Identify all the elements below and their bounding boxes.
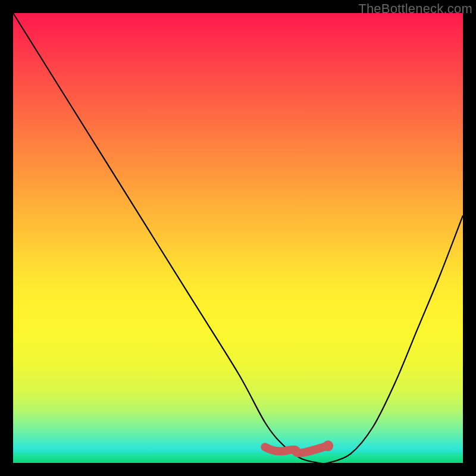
svg-point-0: [322, 440, 333, 451]
watermark-text: TheBottleneck.com: [358, 1, 472, 17]
chart-stage: TheBottleneck.com: [0, 0, 476, 476]
optimal-range-marker: [13, 13, 463, 463]
plot-area: [13, 13, 463, 463]
